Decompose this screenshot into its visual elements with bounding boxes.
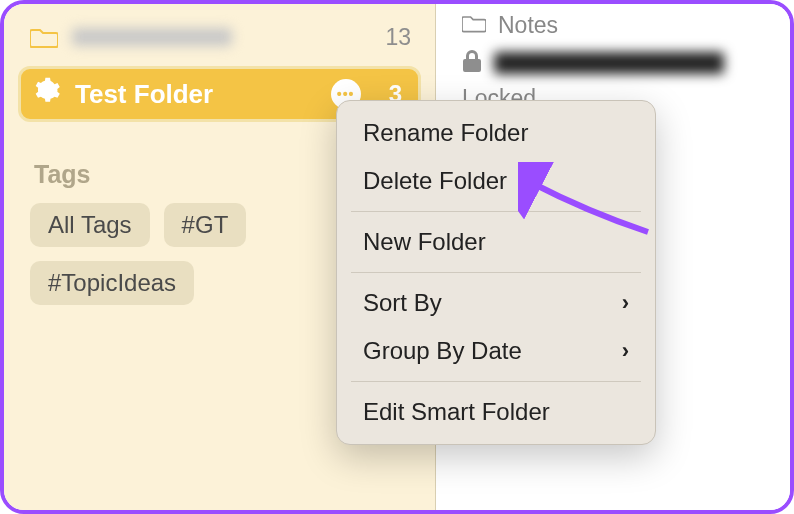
tag-gt[interactable]: #GT (164, 203, 247, 247)
note-folder-label: Notes (498, 12, 558, 39)
sidebar-folder-count: 13 (385, 24, 415, 51)
sidebar-folder-label: Test Folder (75, 79, 213, 110)
chevron-right-icon: › (622, 290, 629, 316)
menu-separator (351, 381, 641, 382)
menu-separator (351, 272, 641, 273)
tag-topicideas[interactable]: #TopicIdeas (30, 261, 194, 305)
menu-separator (351, 211, 641, 212)
context-menu: Rename Folder Delete Folder New Folder S… (336, 100, 656, 445)
menu-edit-smart-folder[interactable]: Edit Smart Folder (337, 388, 655, 436)
chevron-right-icon: › (622, 338, 629, 364)
note-item[interactable]: Notes Locked (462, 12, 790, 112)
folder-icon (462, 12, 486, 39)
menu-sort-by[interactable]: Sort By › (337, 279, 655, 327)
gear-icon (33, 77, 61, 112)
folder-icon (30, 26, 58, 48)
tag-all[interactable]: All Tags (30, 203, 150, 247)
menu-rename-folder[interactable]: Rename Folder (337, 109, 655, 157)
note-title-redacted (494, 52, 724, 74)
menu-group-by-date[interactable]: Group By Date › (337, 327, 655, 375)
app-window: 13 Test Folder ••• 3 Tags All Tags #GT #… (0, 0, 794, 514)
lock-icon (462, 49, 482, 77)
sidebar-folder-label-redacted (72, 28, 232, 46)
sidebar-folder-item[interactable]: 13 (30, 14, 415, 60)
menu-new-folder[interactable]: New Folder (337, 218, 655, 266)
menu-delete-folder[interactable]: Delete Folder (337, 157, 655, 205)
